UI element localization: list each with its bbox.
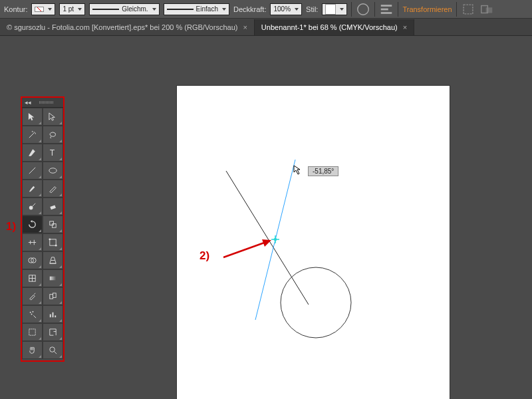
separator [398,2,398,17]
line-path[interactable] [226,171,309,305]
stroke-label: Kontur: [4,5,27,13]
opacity-label: Deckkraft: [233,5,267,13]
stroke-profile-value: Gleichm. [122,5,148,13]
circle-path[interactable] [281,267,351,338]
annotation-step2: 2) [200,249,209,263]
svg-line-35 [223,242,266,257]
tab-title: Unbenannt-1* bei 68 % (CMYK/Vorschau) [261,23,398,31]
brush-style-drop[interactable]: Einfach [164,3,229,15]
align-icon[interactable] [379,2,394,17]
style-drop[interactable] [322,3,347,15]
opacity-drop[interactable]: 100% [270,3,302,15]
svg-rect-1 [381,5,392,7]
separator [351,2,352,17]
brush-style-value: Einfach [196,5,218,13]
canvas-content [0,36,532,399]
separator [374,2,375,17]
style-swatch [325,4,336,15]
options-bar: Kontur: 1 pt Gleichm. Einfach Deckkraft:… [0,0,532,19]
close-icon[interactable]: × [403,23,407,31]
svg-point-0 [358,3,369,15]
transform-link[interactable]: Transformieren [402,5,452,13]
rotate-cursor-icon [293,164,303,177]
stroke-profile-drop[interactable]: Gleichm. [89,3,159,15]
stroke-weight-value: 1 pt [63,5,74,13]
svg-rect-2 [381,8,388,10]
rotation-anchor-icon[interactable] [271,235,279,243]
document-tabstrip: © sgursozlu - Fotolia.com [Konvertiert].… [0,19,532,36]
workspace: 1) ◂◂ T -51,85° 2) [0,36,532,399]
stroke-weight-drop[interactable]: 1 pt [59,3,85,15]
angle-tooltip: -51,85° [308,166,338,176]
isolate-icon[interactable] [461,2,475,17]
svg-marker-36 [262,239,271,247]
svg-rect-3 [381,12,392,14]
separator [456,2,457,17]
close-icon[interactable]: × [243,23,247,31]
opacity-value: 100% [273,5,291,13]
document-tab[interactable]: Unbenannt-1* bei 68 % (CMYK/Vorschau) × [255,19,414,35]
mask-icon[interactable] [479,2,494,17]
style-label: Stil: [306,5,318,13]
document-tab[interactable]: © sgursozlu - Fotolia.com [Konvertiert].… [0,19,255,35]
annotation-arrow [223,239,271,257]
recolor-icon[interactable] [356,2,370,17]
svg-rect-4 [464,5,473,14]
svg-rect-6 [485,7,492,13]
tab-title: © sgursozlu - Fotolia.com [Konvertiert].… [7,23,237,31]
stroke-swatch-drop[interactable] [31,3,55,15]
